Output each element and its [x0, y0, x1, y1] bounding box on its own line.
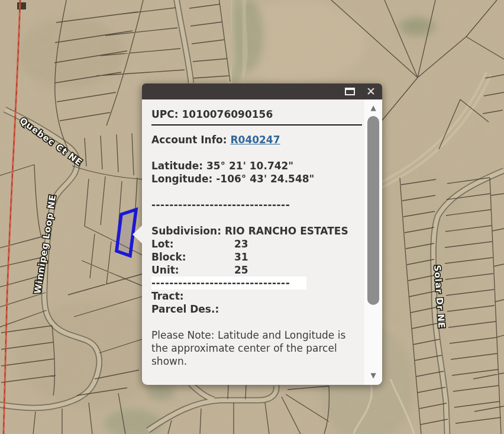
- popup-scrollbar[interactable]: ▲ ▼: [364, 99, 382, 385]
- account-row: Account Info: R040247: [151, 133, 364, 146]
- scroll-up-arrow[interactable]: ▲: [364, 104, 382, 112]
- tract-row: Tract:: [151, 290, 364, 303]
- lot-label: Lot:: [151, 237, 231, 250]
- lot-row: Lot: 23: [151, 237, 364, 250]
- unit-value: 25: [234, 264, 248, 276]
- parcel-des-label: Parcel Des.:: [151, 303, 219, 315]
- latitude-value: 35° 21' 10.742": [206, 160, 293, 172]
- account-label: Account Info:: [151, 134, 227, 146]
- upc-row: UPC: 1010076090156: [151, 108, 364, 121]
- close-button[interactable]: ✕: [363, 85, 379, 98]
- account-link[interactable]: R040247: [230, 134, 280, 146]
- popup-titlebar[interactable]: ✕: [142, 83, 382, 99]
- separator-dashes: -------------------------------: [151, 198, 364, 211]
- parcel-des-row: Parcel Des.:: [151, 303, 364, 316]
- longitude-row: Longitude: -106° 43' 24.548": [151, 172, 364, 185]
- maximize-icon: [345, 88, 355, 95]
- popup-anchor-pointer: [133, 225, 143, 244]
- parcel-info-popup: ✕ UPC: 1010076090156 Account Info: R0402…: [142, 83, 382, 385]
- unit-row: Unit: 25: [151, 263, 364, 277]
- popup-content: UPC: 1010076090156 Account Info: R040247…: [142, 99, 364, 385]
- structure-marker: [17, 2, 26, 9]
- tract-label: Tract:: [151, 290, 184, 302]
- scroll-down-arrow[interactable]: ▼: [364, 371, 382, 380]
- upc-label: UPC:: [151, 108, 179, 120]
- lot-value: 23: [234, 238, 248, 250]
- subdivision-row: Subdivision: RIO RANCHO ESTATES: [151, 224, 364, 237]
- longitude-label: Longitude:: [151, 173, 212, 185]
- close-icon: ✕: [366, 86, 376, 97]
- maximize-button[interactable]: [343, 86, 356, 97]
- coordinates-block: Latitude: 35° 21' 10.742" Longitude: -10…: [151, 159, 364, 185]
- divider-line: [151, 124, 362, 126]
- block-row: Block: 31: [151, 250, 364, 263]
- unit-label: Unit:: [151, 263, 231, 277]
- block-value: 31: [234, 251, 248, 263]
- block-label: Block:: [151, 250, 231, 263]
- latitude-label: Latitude:: [151, 160, 203, 172]
- latitude-row: Latitude: 35° 21' 10.742": [151, 159, 364, 172]
- longitude-value: -106° 43' 24.548": [216, 173, 314, 185]
- upc-value: 1010076090156: [182, 108, 273, 120]
- note-text: Please Note: Latitude and Longitude is t…: [151, 329, 362, 368]
- scroll-thumb[interactable]: [367, 116, 379, 305]
- separator-dashes-highlighted: -------------------------------: [151, 277, 306, 290]
- subdivision-value: RIO RANCHO ESTATES: [225, 225, 348, 237]
- gis-parcel-viewer: Quebec Ct NE Winnipeg Loop NE Solar Dr N…: [0, 0, 504, 434]
- subdivision-label: Subdivision:: [151, 225, 221, 237]
